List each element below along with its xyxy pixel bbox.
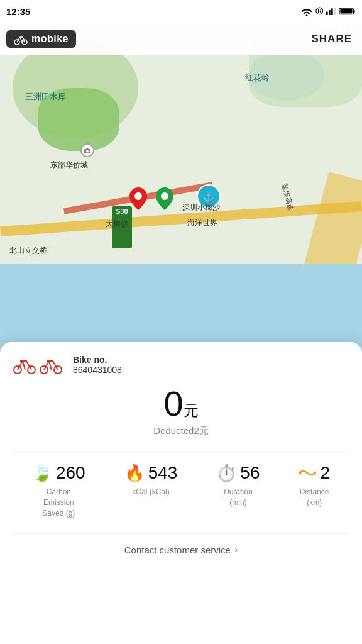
stat-distance-label: Distance(km) <box>300 487 329 508</box>
bike-icon-wrap <box>13 355 63 375</box>
svg-point-10 <box>134 192 142 200</box>
svg-rect-4 <box>334 8 336 15</box>
price-display: 0元 <box>13 386 349 421</box>
map-label-dongbu: 东部华侨城 <box>50 160 88 170</box>
contact-label: Contact customer service <box>124 545 231 555</box>
share-button[interactable]: SHARE <box>311 33 352 45</box>
price-section: 0元 Deducted2元 <box>13 386 349 437</box>
svg-point-11 <box>161 192 168 200</box>
bike-info-row: Bike no. 8640431008 <box>13 355 349 375</box>
stat-carbon-label: CarbonEmissionSaved (g) <box>42 487 75 518</box>
bike-logo-icon <box>14 33 28 45</box>
price-value: 0 <box>163 384 183 423</box>
status-icons: Ⓡ <box>301 6 356 17</box>
bike-icon-2 <box>39 355 63 375</box>
stat-carbon: 🍃 260 CarbonEmissionSaved (g) <box>32 463 85 518</box>
map-label-sanzhoutian: 三洲田水库 <box>25 91 66 103</box>
stats-row: 🍃 260 CarbonEmissionSaved (g) 🔥 543 kCal… <box>13 463 349 518</box>
map-label-haiyangshijie: 海洋世界 <box>187 218 217 228</box>
bike-no-label: Bike no. <box>73 355 122 365</box>
battery-icon <box>339 7 356 16</box>
map-sea <box>0 264 362 352</box>
svg-rect-2 <box>329 10 331 15</box>
stat-kcal-value-row: 🔥 543 <box>124 463 178 483</box>
svg-rect-7 <box>340 9 352 14</box>
contact-row[interactable]: Contact customer service › <box>13 533 349 565</box>
map-label-beishan立交: 北山立交桥 <box>9 245 47 256</box>
pin-end <box>156 187 173 210</box>
status-time: 12:35 <box>6 6 30 17</box>
map-label-honghualing: 红花岭 <box>245 72 270 84</box>
svg-point-0 <box>306 14 308 16</box>
bottom-card: Bike no. 8640431008 0元 Deducted2元 🍃 260 … <box>0 342 362 644</box>
stat-distance: 2 Distance(km) <box>299 463 330 508</box>
price-currency: 元 <box>184 402 199 419</box>
svg-rect-3 <box>331 8 333 15</box>
map-label-dameisha: 大梅沙 <box>106 219 128 230</box>
route-icon <box>299 467 316 479</box>
map-label-xiaomeisha: 深圳小梅沙 <box>182 203 220 213</box>
status-bar: 12:35 Ⓡ <box>0 0 362 23</box>
stat-duration-number: 56 <box>240 463 260 483</box>
stat-duration-value-row: ⏱️ 56 <box>216 463 260 483</box>
map-poi-icon <box>80 143 94 157</box>
stat-kcal: 🔥 543 kCal (kCal) <box>124 463 178 497</box>
map-road-main <box>0 201 362 236</box>
bike-no-value: 8640431008 <box>73 365 122 375</box>
stat-carbon-value-row: 🍃 260 <box>32 463 85 483</box>
pin-start <box>129 187 147 210</box>
mobike-logo: mobike <box>6 30 76 48</box>
stat-duration-label: Duration(min) <box>224 487 252 508</box>
svg-rect-1 <box>326 12 328 15</box>
signal-text: Ⓡ <box>315 6 323 17</box>
bike-no-block: Bike no. 8640431008 <box>73 355 122 375</box>
stat-kcal-label: kCal (kCal) <box>132 487 169 497</box>
flame-icon: 🔥 <box>124 464 145 483</box>
price-subtext: Deducted2元 <box>13 425 349 437</box>
stat-distance-value-row: 2 <box>299 463 330 483</box>
wifi-icon <box>301 7 312 16</box>
bike-icon-1 <box>13 355 36 375</box>
timer-icon: ⏱️ <box>216 464 236 483</box>
svg-point-9 <box>86 150 89 153</box>
svg-text:⚓: ⚓ <box>202 191 215 203</box>
svg-rect-6 <box>354 10 355 13</box>
leaf-icon: 🍃 <box>32 464 52 483</box>
stat-duration: ⏱️ 56 Duration(min) <box>216 463 260 508</box>
stat-carbon-number: 260 <box>56 463 85 483</box>
stat-distance-number: 2 <box>320 463 330 483</box>
mobike-label: mobike <box>31 33 69 45</box>
contact-arrow: › <box>234 544 238 555</box>
stat-kcal-number: 543 <box>148 463 178 483</box>
signal-icon <box>326 7 336 16</box>
divider <box>13 450 349 450</box>
